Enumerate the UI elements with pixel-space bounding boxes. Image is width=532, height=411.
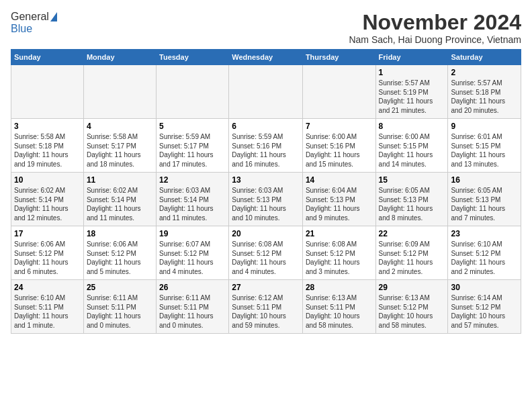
calendar-cell: 24Sunrise: 6:10 AM Sunset: 5:11 PM Dayli… (11, 280, 84, 334)
day-detail: Sunrise: 6:06 AM Sunset: 5:12 PM Dayligh… (14, 240, 81, 276)
day-detail: Sunrise: 6:09 AM Sunset: 5:12 PM Dayligh… (379, 240, 445, 276)
calendar-cell (83, 65, 156, 119)
calendar-cell: 18Sunrise: 6:06 AM Sunset: 5:12 PM Dayli… (83, 226, 156, 280)
header-day-saturday: Saturday (448, 50, 521, 65)
calendar-cell: 28Sunrise: 6:13 AM Sunset: 5:11 PM Dayli… (302, 280, 375, 334)
calendar-cell: 5Sunrise: 5:59 AM Sunset: 5:17 PM Daylig… (157, 119, 229, 173)
calendar-cell: 10Sunrise: 6:02 AM Sunset: 5:14 PM Dayli… (11, 173, 84, 226)
calendar-cell (157, 65, 229, 119)
calendar-cell: 30Sunrise: 6:14 AM Sunset: 5:12 PM Dayli… (448, 280, 521, 334)
day-number: 10 (14, 175, 81, 185)
header-day-friday: Friday (375, 50, 448, 65)
day-detail: Sunrise: 6:14 AM Sunset: 5:12 PM Dayligh… (451, 293, 518, 330)
calendar-cell: 9Sunrise: 6:01 AM Sunset: 5:15 PM Daylig… (448, 119, 521, 173)
calendar-cell: 11Sunrise: 6:02 AM Sunset: 5:14 PM Dayli… (83, 173, 156, 226)
header-day-monday: Monday (83, 50, 156, 65)
day-detail: Sunrise: 6:06 AM Sunset: 5:12 PM Dayligh… (87, 240, 153, 276)
calendar-cell: 14Sunrise: 6:04 AM Sunset: 5:13 PM Dayli… (302, 173, 375, 226)
calendar-cell: 15Sunrise: 6:05 AM Sunset: 5:13 PM Dayli… (375, 173, 448, 226)
calendar-week-1: 1Sunrise: 5:57 AM Sunset: 5:19 PM Daylig… (11, 65, 521, 119)
day-detail: Sunrise: 6:13 AM Sunset: 5:11 PM Dayligh… (306, 293, 373, 330)
logo: General Blue (11, 11, 57, 35)
day-detail: Sunrise: 5:57 AM Sunset: 5:18 PM Dayligh… (451, 79, 518, 115)
day-number: 8 (379, 122, 445, 131)
month-title: November 2024 (349, 11, 521, 34)
calendar-cell: 16Sunrise: 6:05 AM Sunset: 5:13 PM Dayli… (448, 173, 521, 226)
calendar-header: SundayMondayTuesdayWednesdayThursdayFrid… (11, 50, 521, 65)
header-row: SundayMondayTuesdayWednesdayThursdayFrid… (11, 50, 521, 65)
day-number: 28 (306, 283, 373, 292)
calendar-cell: 22Sunrise: 6:09 AM Sunset: 5:12 PM Dayli… (375, 226, 448, 280)
day-number: 17 (14, 229, 81, 238)
day-number: 27 (232, 283, 300, 292)
day-detail: Sunrise: 6:12 AM Sunset: 5:11 PM Dayligh… (232, 293, 300, 330)
day-detail: Sunrise: 6:07 AM Sunset: 5:12 PM Dayligh… (159, 240, 226, 276)
day-number: 12 (159, 175, 226, 185)
calendar-week-2: 3Sunrise: 5:58 AM Sunset: 5:18 PM Daylig… (11, 119, 521, 173)
calendar-body: 1Sunrise: 5:57 AM Sunset: 5:19 PM Daylig… (11, 65, 521, 334)
day-number: 18 (87, 229, 153, 238)
calendar-cell: 4Sunrise: 5:58 AM Sunset: 5:17 PM Daylig… (83, 119, 156, 173)
day-number: 1 (379, 68, 445, 77)
calendar-table: SundayMondayTuesdayWednesdayThursdayFrid… (11, 49, 521, 334)
day-detail: Sunrise: 6:08 AM Sunset: 5:12 PM Dayligh… (306, 240, 373, 276)
calendar-cell (11, 65, 84, 119)
day-number: 22 (379, 229, 445, 238)
day-detail: Sunrise: 5:58 AM Sunset: 5:18 PM Dayligh… (14, 132, 81, 169)
calendar-cell: 25Sunrise: 6:11 AM Sunset: 5:11 PM Dayli… (83, 280, 156, 334)
day-number: 23 (451, 229, 518, 238)
day-detail: Sunrise: 6:08 AM Sunset: 5:12 PM Dayligh… (232, 240, 300, 276)
logo-general-text: General (11, 11, 49, 23)
day-number: 2 (451, 68, 518, 77)
calendar-cell: 19Sunrise: 6:07 AM Sunset: 5:12 PM Dayli… (157, 226, 229, 280)
day-number: 3 (14, 122, 81, 131)
calendar-cell: 26Sunrise: 6:11 AM Sunset: 5:11 PM Dayli… (157, 280, 229, 334)
day-number: 19 (159, 229, 226, 238)
day-number: 6 (232, 122, 300, 131)
day-detail: Sunrise: 6:01 AM Sunset: 5:15 PM Dayligh… (451, 132, 518, 169)
calendar-week-4: 17Sunrise: 6:06 AM Sunset: 5:12 PM Dayli… (11, 226, 521, 280)
location-subtitle: Nam Sach, Hai Duong Province, Vietnam (349, 34, 521, 45)
day-detail: Sunrise: 6:05 AM Sunset: 5:13 PM Dayligh… (451, 186, 518, 222)
day-detail: Sunrise: 5:59 AM Sunset: 5:17 PM Dayligh… (159, 132, 226, 169)
day-detail: Sunrise: 6:00 AM Sunset: 5:16 PM Dayligh… (306, 132, 373, 169)
day-number: 24 (14, 283, 81, 292)
day-detail: Sunrise: 5:59 AM Sunset: 5:16 PM Dayligh… (232, 132, 300, 169)
calendar-cell: 21Sunrise: 6:08 AM Sunset: 5:12 PM Dayli… (302, 226, 375, 280)
day-number: 4 (87, 122, 153, 131)
day-detail: Sunrise: 6:05 AM Sunset: 5:13 PM Dayligh… (379, 186, 445, 222)
day-number: 20 (232, 229, 300, 238)
day-detail: Sunrise: 6:03 AM Sunset: 5:14 PM Dayligh… (159, 186, 226, 222)
calendar-cell: 1Sunrise: 5:57 AM Sunset: 5:19 PM Daylig… (375, 65, 448, 119)
title-block: November 2024 Nam Sach, Hai Duong Provin… (349, 11, 521, 45)
day-detail: Sunrise: 6:10 AM Sunset: 5:11 PM Dayligh… (14, 293, 81, 330)
calendar-week-3: 10Sunrise: 6:02 AM Sunset: 5:14 PM Dayli… (11, 173, 521, 226)
header-day-wednesday: Wednesday (229, 50, 303, 65)
day-detail: Sunrise: 6:11 AM Sunset: 5:11 PM Dayligh… (87, 293, 153, 330)
day-number: 14 (306, 175, 373, 185)
header-day-sunday: Sunday (11, 50, 84, 65)
day-detail: Sunrise: 6:02 AM Sunset: 5:14 PM Dayligh… (14, 186, 81, 222)
calendar-cell: 3Sunrise: 5:58 AM Sunset: 5:18 PM Daylig… (11, 119, 84, 173)
day-detail: Sunrise: 6:03 AM Sunset: 5:13 PM Dayligh… (232, 186, 300, 222)
day-detail: Sunrise: 6:10 AM Sunset: 5:12 PM Dayligh… (451, 240, 518, 276)
day-number: 9 (451, 122, 518, 131)
day-number: 16 (451, 175, 518, 185)
day-number: 21 (306, 229, 373, 238)
day-detail: Sunrise: 6:11 AM Sunset: 5:11 PM Dayligh… (159, 293, 226, 330)
day-detail: Sunrise: 6:13 AM Sunset: 5:12 PM Dayligh… (379, 293, 445, 330)
calendar-cell: 20Sunrise: 6:08 AM Sunset: 5:12 PM Dayli… (229, 226, 303, 280)
day-number: 26 (159, 283, 226, 292)
calendar-cell: 29Sunrise: 6:13 AM Sunset: 5:12 PM Dayli… (375, 280, 448, 334)
day-number: 15 (379, 175, 445, 185)
logo-blue-text: Blue (11, 23, 32, 35)
header-day-thursday: Thursday (302, 50, 375, 65)
day-number: 5 (159, 122, 226, 131)
calendar-cell: 17Sunrise: 6:06 AM Sunset: 5:12 PM Dayli… (11, 226, 84, 280)
calendar-cell: 8Sunrise: 6:00 AM Sunset: 5:15 PM Daylig… (375, 119, 448, 173)
calendar-week-5: 24Sunrise: 6:10 AM Sunset: 5:11 PM Dayli… (11, 280, 521, 334)
calendar-cell: 6Sunrise: 5:59 AM Sunset: 5:16 PM Daylig… (229, 119, 303, 173)
day-number: 11 (87, 175, 153, 185)
calendar-cell: 12Sunrise: 6:03 AM Sunset: 5:14 PM Dayli… (157, 173, 229, 226)
calendar-cell (229, 65, 303, 119)
